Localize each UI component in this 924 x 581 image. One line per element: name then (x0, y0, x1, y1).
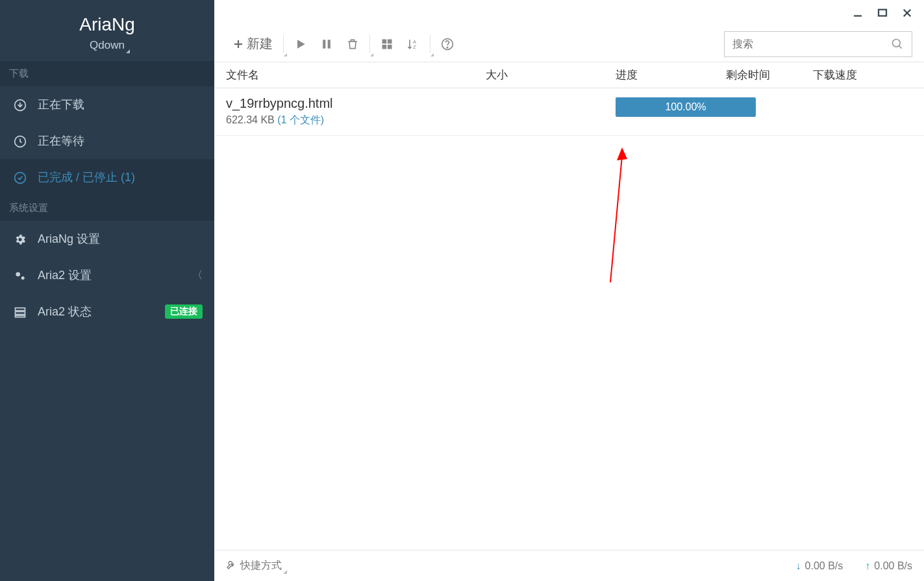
footer: 快捷方式 ↓ 0.00 B/s ↑ 0.00 B/s (214, 550, 924, 581)
col-speed[interactable]: 下载速度 (813, 68, 912, 82)
svg-marker-14 (297, 40, 305, 48)
toolbar: 新建 AZ (214, 26, 924, 62)
toolbar-divider (283, 35, 284, 53)
wrench-icon (226, 560, 236, 573)
sidebar-item-stopped[interactable]: 已完成 / 已停止 (1) (0, 159, 214, 195)
svg-rect-7 (16, 315, 25, 317)
svg-rect-19 (382, 44, 387, 49)
new-task-label: 新建 (247, 35, 273, 53)
task-size: 622.34 KB (226, 114, 275, 125)
up-arrow-icon: ↑ (865, 560, 870, 572)
download-rate: ↓ 0.00 B/s (796, 560, 843, 572)
view-grid-button[interactable] (374, 26, 400, 62)
task-meta: 622.34 KB (1 个文件) (226, 114, 616, 127)
col-name[interactable]: 文件名 (226, 68, 486, 82)
sidebar: AriaNg Qdown 下载 正在下载 正在等待 已完成 / 已停止 (1) … (0, 0, 214, 581)
task-files-link[interactable]: (1 个文件) (277, 114, 324, 125)
sidebar-item-downloading[interactable]: 正在下载 (0, 86, 214, 123)
section-downloads: 下载 (0, 61, 214, 86)
search-box[interactable] (724, 31, 912, 57)
svg-text:Z: Z (413, 43, 416, 49)
new-task-button[interactable]: 新建 (226, 26, 279, 62)
start-button[interactable] (288, 26, 314, 62)
delete-button[interactable] (340, 26, 366, 62)
column-headers: 文件名 大小 进度 剩余时间 下载速度 (214, 62, 924, 88)
shortcut-button[interactable]: 快捷方式 (240, 559, 282, 573)
svg-rect-17 (382, 39, 387, 43)
pause-button[interactable] (314, 26, 340, 62)
col-remaining[interactable]: 剩余时间 (726, 68, 813, 82)
gears-icon (12, 268, 29, 282)
task-filename: v_19rrbypncg.html (226, 96, 616, 111)
svg-rect-9 (879, 10, 886, 16)
sidebar-item-label: 正在等待 (38, 133, 203, 149)
sort-button[interactable]: AZ (400, 26, 426, 62)
svg-rect-15 (323, 40, 325, 48)
brand-subtitle[interactable]: Qdown (90, 39, 125, 52)
chevron-left-icon: 〈 (192, 269, 203, 282)
sidebar-item-aria2-status[interactable]: Aria2 状态 已连接 (0, 293, 214, 330)
svg-point-3 (16, 272, 20, 277)
svg-rect-5 (16, 308, 25, 310)
upload-rate: ↑ 0.00 B/s (865, 560, 912, 572)
svg-marker-28 (617, 147, 627, 160)
upload-rate-value: 0.00 B/s (874, 560, 912, 572)
gear-icon (12, 232, 29, 245)
sidebar-item-label: 已完成 / 已停止 (1) (38, 169, 203, 185)
close-button[interactable] (901, 6, 914, 19)
download-rate-value: 0.00 B/s (805, 560, 843, 572)
sidebar-item-label: 正在下载 (38, 97, 203, 112)
progress-bar: 100.00% (616, 97, 756, 117)
svg-point-25 (893, 39, 901, 47)
sidebar-item-ariang-settings[interactable]: AriaNg 设置 (0, 221, 214, 257)
svg-point-4 (21, 276, 25, 279)
help-button[interactable] (434, 26, 460, 62)
maximize-button[interactable] (876, 6, 889, 19)
toolbar-divider (369, 35, 370, 53)
sidebar-item-aria2-settings[interactable]: Aria2 设置 〈 (0, 257, 214, 293)
brand-block: AriaNg Qdown (0, 0, 214, 61)
brand-title: AriaNg (0, 14, 214, 35)
check-circle-icon (12, 170, 29, 184)
down-arrow-icon: ↓ (796, 560, 801, 572)
sidebar-item-waiting[interactable]: 正在等待 (0, 123, 214, 159)
search-input[interactable] (732, 38, 891, 50)
svg-line-27 (610, 156, 622, 282)
col-progress[interactable]: 进度 (616, 68, 726, 82)
svg-rect-20 (388, 44, 392, 49)
svg-rect-6 (16, 312, 25, 314)
svg-point-2 (15, 172, 26, 183)
task-row[interactable]: v_19rrbypncg.html 622.34 KB (1 个文件) 100.… (214, 88, 924, 136)
sidebar-item-label: Aria2 状态 (38, 304, 165, 319)
sidebar-item-label: Aria2 设置 (38, 267, 192, 283)
minimize-button[interactable] (851, 6, 864, 19)
main-area: 新建 AZ 文件名 大小 进度 剩余时间 下载速度 (214, 0, 924, 581)
server-icon (12, 304, 29, 318)
svg-rect-16 (328, 40, 331, 48)
status-badge: 已连接 (165, 304, 203, 319)
download-icon (12, 97, 29, 111)
sidebar-item-label: AriaNg 设置 (38, 231, 203, 247)
svg-line-26 (899, 45, 902, 48)
section-settings: 系统设置 (0, 195, 214, 221)
svg-point-24 (447, 47, 447, 47)
search-icon (891, 38, 904, 51)
svg-rect-18 (388, 39, 392, 43)
titlebar (214, 0, 924, 26)
toolbar-divider (430, 35, 431, 53)
annotation-arrow-icon (597, 146, 636, 289)
col-size[interactable]: 大小 (486, 68, 616, 82)
clock-icon (12, 134, 29, 147)
